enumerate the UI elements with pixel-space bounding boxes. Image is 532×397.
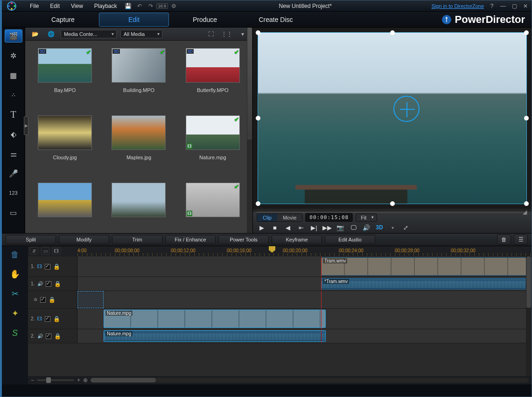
keyframe-button[interactable]: Keyframe — [272, 235, 322, 244]
media-thumb[interactable]: Maples.jpg — [103, 115, 175, 181]
redo-icon[interactable]: ↷ — [147, 2, 154, 10]
track-enable-checkbox[interactable] — [40, 297, 46, 303]
crosshair-icon[interactable] — [393, 96, 420, 122]
subtitle-room-icon[interactable]: ▭ — [5, 206, 22, 219]
media-thumb[interactable]: 3D✔Bay.MPO — [29, 48, 101, 113]
seg-clip[interactable]: Clip — [257, 214, 277, 221]
timecode-display[interactable]: 00:00:15;08 — [305, 213, 353, 222]
tab-edit[interactable]: Edit — [99, 13, 169, 27]
track-lock-icon[interactable]: 🔒 — [53, 316, 60, 322]
aspect-ratio-toggle[interactable]: 16:9 — [156, 3, 168, 9]
media-thumb[interactable] — [29, 183, 101, 233]
track-head-fx[interactable]: ✲ 🔒 — [28, 291, 77, 308]
zoom-out-icon[interactable]: − — [31, 377, 34, 383]
edit-audio-button[interactable]: Edit Audio — [325, 235, 375, 244]
media-filter-select[interactable]: All Media — [120, 30, 162, 38]
modify-button[interactable]: Modify — [59, 235, 109, 244]
track-enable-checkbox[interactable] — [46, 333, 51, 339]
timeline-ruler[interactable]: ⇵ ▭ 🎞 4:0000;00;08;0000;00;12;0000;00;16… — [28, 246, 532, 256]
media-thumb[interactable]: ✔🎞 — [177, 183, 249, 233]
menu-edit[interactable]: Edit — [44, 0, 65, 12]
resize-handle-bl[interactable] — [256, 201, 260, 206]
menu-file[interactable]: File — [24, 0, 44, 12]
preview-canvas[interactable] — [253, 28, 532, 209]
track-head-a1[interactable]: 1.🔊 🔒 — [28, 277, 77, 291]
clip-tram-audio[interactable]: *Tram.wmv — [321, 278, 532, 290]
tab-create-disc[interactable]: Create Disc — [241, 13, 311, 26]
clip-nature-video[interactable]: Nature.mpg — [104, 310, 326, 328]
preview-3d-icon[interactable]: 3D — [374, 223, 385, 232]
menu-playback[interactable]: Playback — [89, 0, 123, 12]
track-enable-checkbox[interactable] — [45, 264, 50, 269]
transition-room-icon[interactable]: ⬖ — [5, 128, 22, 141]
chapter-room-icon[interactable]: 123 — [5, 186, 22, 199]
library-select[interactable]: Media Conte... — [61, 30, 117, 38]
tab-produce[interactable]: Produce — [170, 13, 240, 26]
ruler-markers-icon[interactable]: ⇵ — [30, 247, 38, 255]
track-enable-checkbox[interactable] — [46, 281, 51, 287]
track-body-a2[interactable]: Nature.mpg — [77, 329, 532, 343]
upload-icon[interactable]: ⭡ — [442, 15, 451, 24]
fx-drop-zone[interactable] — [77, 291, 104, 308]
resize-handle-ml[interactable] — [256, 116, 260, 121]
track-lock-icon[interactable]: 🔒 — [54, 281, 61, 287]
import-media-icon[interactable]: 📂 — [29, 29, 41, 39]
undo-icon[interactable]: ↶ — [136, 2, 143, 10]
zoom-slider[interactable] — [37, 379, 74, 381]
resize-handle-tl[interactable] — [256, 30, 260, 35]
resize-handle-mr[interactable] — [524, 116, 529, 121]
library-menu-icon[interactable]: ⋮⋮ — [221, 29, 233, 39]
trashcan-tool-icon[interactable]: 🗑 — [8, 249, 21, 260]
fit-timeline-icon[interactable]: ⊕ — [83, 377, 88, 383]
playhead-line[interactable] — [321, 256, 322, 276]
particle-room-icon[interactable]: ∴ — [5, 88, 22, 101]
track-body-v2[interactable]: Nature.mpg — [77, 309, 532, 329]
ruler-add-track-icon[interactable]: 🎞 — [52, 247, 61, 255]
zoom-fit-select[interactable]: Fit — [356, 213, 377, 222]
resize-handle-tr[interactable] — [524, 30, 529, 35]
split-button[interactable]: Split — [6, 235, 56, 244]
trim-button[interactable]: Trim — [112, 235, 162, 244]
media-scrollbar[interactable] — [247, 28, 252, 233]
close-icon[interactable]: ✕ — [522, 3, 529, 9]
prev-unit-icon[interactable]: ⇤ — [296, 223, 306, 232]
undock-preview-icon[interactable]: ⤢ — [400, 223, 411, 232]
track-lock-icon[interactable]: 🔒 — [53, 263, 60, 270]
help-icon[interactable]: ? — [489, 3, 495, 9]
media-room-icon[interactable]: 🎬 — [5, 29, 22, 43]
media-thumb[interactable]: ✔🎞Nature.mpg — [177, 115, 249, 181]
maximize-icon[interactable]: ▢ — [511, 3, 518, 9]
stop-icon[interactable]: ■ — [270, 223, 280, 232]
track-body-a1[interactable]: *Tram.wmv — [77, 277, 532, 291]
track-lock-icon[interactable]: 🔒 — [54, 333, 61, 340]
clip-tram-video[interactable]: Tram.wmv — [321, 257, 532, 276]
track-enable-checkbox[interactable] — [45, 316, 50, 322]
hand-tool-icon[interactable]: ✋ — [8, 269, 21, 280]
delete-icon[interactable]: 🗑 — [497, 234, 511, 245]
mixing-room-icon[interactable]: ⚌ — [5, 147, 22, 160]
track-body-v1[interactable]: Tram.wmv — [77, 256, 532, 276]
tab-capture[interactable]: Capture — [28, 13, 98, 26]
settings-gear-icon[interactable]: ⚙ — [170, 2, 177, 10]
motion-tool-icon[interactable]: S — [8, 327, 21, 339]
track-head-v1[interactable]: 1.🎞 🔒 — [28, 256, 77, 276]
seg-movie[interactable]: Movie — [277, 214, 302, 221]
clip-nature-audio[interactable]: Nature.mpg — [104, 330, 326, 342]
preview-quality-icon[interactable]: 🖵 — [348, 223, 358, 232]
next-frame-icon[interactable]: ▶| — [309, 223, 319, 232]
more-functions-icon[interactable]: ☰ — [514, 234, 528, 245]
scrub-end-marker-icon[interactable]: ◢ — [523, 209, 527, 215]
volume-icon[interactable]: 🔊 — [361, 223, 371, 232]
resize-handle-bm[interactable] — [390, 201, 395, 206]
media-thumb[interactable]: 3D✔Building.MPO — [103, 48, 175, 113]
preview-frame[interactable] — [258, 32, 527, 204]
track-head-a2[interactable]: 2.🔊 🔒 — [28, 329, 77, 343]
voiceover-room-icon[interactable]: 🎤 — [5, 167, 22, 180]
minimize-icon[interactable]: — — [500, 3, 506, 9]
directorzone-link[interactable]: Sign in to DirectorZone — [432, 3, 484, 9]
cut-tool-icon[interactable]: ✂ — [8, 288, 21, 299]
pip-room-icon[interactable]: ▦ — [5, 69, 22, 82]
media-thumb[interactable]: 3D✔Butterfly.MPO — [177, 48, 249, 113]
magic-tool-icon[interactable]: ✦ — [8, 308, 21, 319]
preview-mode-segment[interactable]: Clip Movie — [257, 213, 302, 222]
